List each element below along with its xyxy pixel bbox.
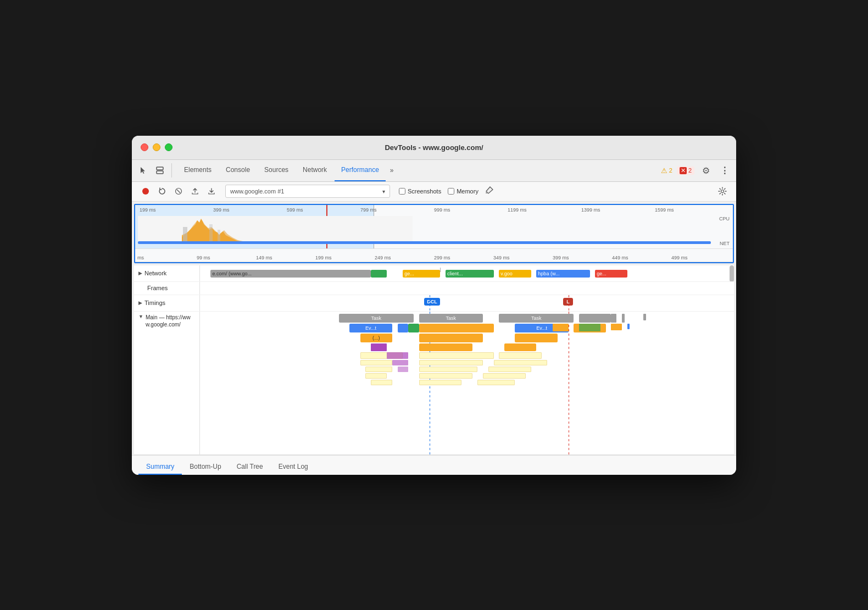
network-chevron-icon[interactable]: ▶ <box>138 270 142 276</box>
svg-rect-1 <box>157 171 163 174</box>
save-button[interactable] <box>204 184 219 198</box>
save-icon <box>208 187 215 195</box>
screenshots-checkbox[interactable] <box>399 188 405 195</box>
warning-icon: ⚠ <box>661 167 667 175</box>
tab-event-log[interactable]: Event Log <box>271 459 316 475</box>
svg-rect-0 <box>157 167 163 170</box>
main-thread-label-text: Main — https://www.google.com/ <box>146 314 195 328</box>
main-thread-content: Task Task Task Ev...t Ev...t (...) <box>200 312 734 454</box>
ruler-label-7: 399 ms <box>553 255 612 260</box>
dcl-badge: DCL <box>424 298 440 306</box>
svg-rect-7 <box>138 216 413 243</box>
blue-small-1 <box>627 324 630 329</box>
ruler-label-6: 349 ms <box>493 255 553 260</box>
maximize-button[interactable] <box>165 143 173 151</box>
cpu-label: CPU <box>719 216 730 221</box>
timings-chevron-icon[interactable]: ▶ <box>138 300 142 306</box>
error-count: 2 <box>688 167 692 174</box>
network-item-main: e.com/ (www.go... <box>210 270 371 278</box>
memory-checkbox[interactable] <box>448 188 454 195</box>
warning-badge[interactable]: ⚠ 2 <box>661 167 672 175</box>
frames-label-text: Frames <box>147 285 168 291</box>
tab-summary[interactable]: Summary <box>138 459 182 475</box>
ly-block-13 <box>371 380 392 385</box>
tab-performance[interactable]: Performance <box>335 159 386 181</box>
network-item-green <box>371 270 387 278</box>
minimize-button[interactable] <box>153 143 160 151</box>
tab-bottom-up[interactable]: Bottom-Up <box>182 459 229 475</box>
tab-console[interactable]: Console <box>219 159 257 181</box>
url-filter-text: www.google.com #1 <box>230 188 382 195</box>
ruler-label-3: 199 ms <box>315 255 375 260</box>
ruler-label-4: 249 ms <box>375 255 434 260</box>
task-block-4 <box>579 314 611 323</box>
yellow-block-5 <box>419 343 472 351</box>
ruler-label-5: 299 ms <box>434 255 493 260</box>
url-filter-bar[interactable]: www.google.com #1 ▾ <box>225 185 390 198</box>
tab-more-button[interactable]: » <box>387 164 397 176</box>
error-badge[interactable]: ✕ 2 <box>677 167 694 175</box>
screenshots-checkbox-group: Screenshots <box>399 188 441 195</box>
frames-track-row: Frames <box>134 282 734 295</box>
ly-block-3 <box>499 352 542 359</box>
tab-icon-group <box>136 163 172 178</box>
perf-settings-button[interactable] <box>715 184 730 198</box>
network-item-url: e.com/ (www.go... <box>212 271 252 276</box>
main-l-line <box>569 312 569 454</box>
timings-label-text: Timings <box>144 300 165 306</box>
clear-button[interactable] <box>171 184 186 198</box>
time-label-5: 1199 ms <box>508 207 581 213</box>
ly-block-4 <box>360 360 392 365</box>
ly-block-15 <box>477 380 515 385</box>
ly-block-10 <box>365 373 387 379</box>
yellow-block-4 <box>515 334 558 342</box>
network-item-hpba: hpba (w... <box>536 270 589 278</box>
memory-checkbox-group: Memory <box>448 188 478 195</box>
gray-small-3 <box>643 314 646 320</box>
settings-button[interactable]: ⚙ <box>699 163 713 178</box>
ly-block-7 <box>365 367 392 372</box>
tab-network[interactable]: Network <box>296 159 333 181</box>
task-block-2: Task <box>419 314 483 323</box>
more-options-button[interactable]: ⋮ <box>717 163 732 178</box>
svg-rect-9 <box>209 224 213 243</box>
refresh-record-button[interactable] <box>155 184 169 198</box>
close-button[interactable] <box>141 143 148 151</box>
url-dropdown-arrow[interactable]: ▾ <box>382 188 385 195</box>
network-scrollbar[interactable] <box>730 265 734 281</box>
refresh-icon <box>158 187 166 195</box>
main-thread-chevron-icon[interactable]: ▼ <box>138 314 143 319</box>
time-label-3: 799 ms <box>360 207 434 213</box>
upload-button[interactable] <box>188 184 202 198</box>
tab-call-tree[interactable]: Call Tree <box>229 459 271 475</box>
ly-block-11 <box>419 373 472 379</box>
cursor-icon-button[interactable] <box>136 163 151 178</box>
main-thread-track: ▼ Main — https://www.google.com/ Task Ta… <box>134 312 734 455</box>
network-track-row: ▶ Network e.com/ (www.go... ge... client… <box>134 265 734 282</box>
error-icon: ✕ <box>680 167 687 174</box>
timings-track-row: ▶ Timings DCL L <box>134 295 734 312</box>
time-label-7: 1599 ms <box>655 207 728 213</box>
blue-block-small <box>398 324 408 332</box>
window-title: DevTools - www.google.com/ <box>385 143 483 152</box>
task-block-3: Task <box>499 314 574 323</box>
cursor-icon <box>139 166 148 175</box>
svg-point-2 <box>142 188 149 195</box>
svg-point-6 <box>721 190 724 193</box>
title-bar: DevTools - www.google.com/ <box>132 136 736 160</box>
yellow-small-right-1 <box>611 324 621 330</box>
overview-panel[interactable]: ⏸ ⏸ 199 ms 399 ms 599 ms 799 ms 999 ms 1… <box>134 204 734 263</box>
network-track-label: ▶ Network <box>134 265 200 281</box>
tab-elements[interactable]: Elements <box>177 159 218 181</box>
broom-button[interactable] <box>485 186 494 197</box>
tab-sources[interactable]: Sources <box>258 159 295 181</box>
time-label-2: 599 ms <box>287 207 360 213</box>
upload-icon <box>191 187 199 195</box>
ly-block-2 <box>419 352 494 359</box>
network-label-text: Network <box>144 270 166 276</box>
screenshots-label: Screenshots <box>408 188 441 195</box>
ruler-labels: ms 99 ms 149 ms 199 ms 249 ms 299 ms 349… <box>137 255 731 260</box>
bottom-tabs-bar: Summary Bottom-Up Call Tree Event Log <box>132 455 736 475</box>
record-button[interactable] <box>138 184 153 198</box>
layers-icon-button[interactable] <box>153 163 167 178</box>
